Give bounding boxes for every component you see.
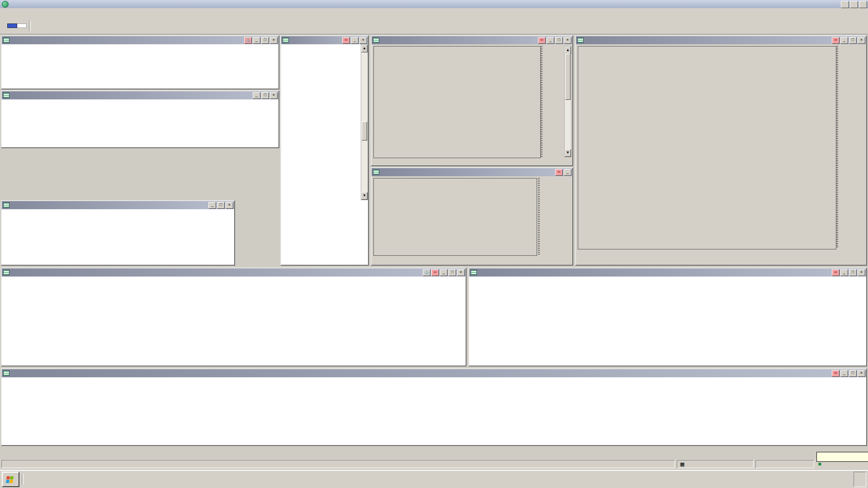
minimize-button[interactable]: _: [253, 37, 260, 44]
chart-icon: [373, 169, 379, 175]
current-trades-titlebar[interactable]: ⚓ _ □ ×: [2, 36, 278, 44]
orders-titlebar[interactable]: ⚓ ∞ _ □ ×: [2, 268, 466, 277]
server-time-status: [1, 460, 675, 468]
update-today-button[interactable]: [17, 23, 27, 28]
start-button[interactable]: [2, 472, 19, 487]
positions-panel: _ □ ×: [1, 90, 279, 148]
minimize-button[interactable]: _: [253, 92, 260, 99]
chart3-titlebar[interactable]: ∞ _ □ ×: [372, 36, 572, 44]
limits-titlebar[interactable]: _ □ ×: [2, 201, 234, 209]
orders-panel: ⚓ ∞ _ □ ×: [1, 267, 467, 366]
link-icon[interactable]: ∞: [342, 37, 350, 44]
scroll-down-icon[interactable]: ▼: [361, 192, 368, 200]
close-button[interactable]: ×: [858, 37, 865, 44]
connection-status: ▦: [677, 460, 754, 468]
table-icon: [3, 93, 9, 98]
stop-orders-titlebar[interactable]: ∞ _ □ ×: [2, 369, 866, 377]
table-icon: [471, 270, 477, 275]
status-spacer: [755, 460, 814, 468]
maximize-button[interactable]: □: [217, 202, 225, 209]
close-button[interactable]: ×: [858, 269, 865, 276]
chart-icon: [373, 38, 379, 43]
maximize-button[interactable]: □: [555, 37, 563, 44]
close-button[interactable]: ×: [858, 370, 865, 377]
taskbar: [0, 470, 868, 488]
maximize-button[interactable]: □: [448, 269, 456, 276]
maximize-button[interactable]: □: [849, 370, 857, 377]
network-icon: ▦: [680, 461, 684, 467]
minimize-button[interactable]: _: [840, 370, 848, 377]
minimize-button[interactable]: _: [440, 269, 448, 276]
workspace-tabs: [0, 447, 868, 459]
minimize-button[interactable]: _: [564, 169, 571, 176]
chart3-panel: ∞ _ □ × ▲ ▼: [371, 35, 573, 166]
table-icon: [3, 38, 9, 43]
close-button[interactable]: ×: [359, 37, 367, 44]
chart2-panel: ∞ _ □ ×: [575, 35, 867, 266]
price-axis: [542, 46, 565, 157]
table-icon: [3, 202, 9, 208]
day-axis: [578, 256, 835, 262]
quik-version-badge: [7, 23, 17, 28]
chart60-panel: ∞ _: [371, 167, 573, 266]
maximize-button[interactable]: □: [849, 37, 857, 44]
date-tooltip: [816, 452, 868, 462]
close-button[interactable]: ×: [226, 202, 233, 209]
main-toolbar: [0, 17, 868, 34]
table-icon: [3, 371, 9, 376]
pin-icon[interactable]: ⚓: [423, 269, 430, 276]
chart2-titlebar[interactable]: ∞ _ □ ×: [576, 36, 866, 44]
chart-icon: [577, 38, 584, 43]
trades-panel: ∞ _ □ ×: [468, 267, 867, 366]
anchor-icon[interactable]: ⚓: [244, 37, 252, 44]
limits-panel: _ □ ×: [1, 200, 235, 266]
price-chart-5min-3[interactable]: [373, 46, 541, 158]
minimize-button[interactable]: _: [208, 202, 216, 209]
stop-orders-panel: ∞ _ □ ×: [1, 368, 867, 446]
minimize-button[interactable]: [841, 1, 849, 8]
positions-titlebar[interactable]: _ □ ×: [2, 91, 278, 99]
minimize-button[interactable]: _: [547, 37, 554, 44]
link-icon[interactable]: ∞: [832, 37, 840, 44]
maximize-button[interactable]: □: [261, 92, 269, 99]
menu-bar: [0, 8, 868, 18]
maximize-button[interactable]: □: [849, 269, 857, 276]
quik-application-window: ⚓ _ □ × _ □ × _ □ ×: [0, 0, 868, 488]
link-icon[interactable]: ∞: [832, 370, 840, 377]
table-icon: [3, 270, 9, 275]
price-chart-5min-2[interactable]: [578, 46, 836, 249]
close-button[interactable]: ×: [457, 269, 465, 276]
link-icon[interactable]: ∞: [431, 269, 439, 276]
minimize-button[interactable]: _: [840, 269, 848, 276]
maximize-button[interactable]: □: [261, 37, 269, 44]
window-titlebar[interactable]: [0, 0, 868, 8]
time-axis: [578, 249, 835, 256]
quotes-icon: [283, 38, 289, 43]
scroll-up-icon[interactable]: ▲: [361, 45, 368, 52]
current-trades-panel: ⚓ _ □ ×: [1, 35, 279, 89]
orderbook-titlebar[interactable]: ∞ _ ×: [281, 36, 368, 44]
minimize-button[interactable]: _: [351, 37, 359, 44]
close-button[interactable]: ×: [270, 37, 278, 44]
system-tray: [854, 472, 866, 487]
scroll-down-icon[interactable]: ▼: [565, 149, 571, 157]
status-bar: ▦ ■: [0, 459, 868, 469]
trades-titlebar[interactable]: ∞ _ □ ×: [469, 268, 866, 277]
price-axis: [838, 46, 865, 249]
price-chart-60min[interactable]: [373, 178, 537, 256]
link-icon[interactable]: ∞: [832, 269, 840, 276]
chart-scrollbar[interactable]: ▲ ▼: [564, 46, 571, 157]
price-axis: [540, 178, 564, 255]
close-button[interactable]: ×: [270, 92, 278, 99]
link-icon[interactable]: ∞: [538, 37, 546, 44]
chart60-titlebar[interactable]: ∞ _: [372, 168, 572, 176]
orderbook-scrollbar[interactable]: ▲ ▼: [361, 44, 368, 200]
orderbook-panel: ∞ _ × ▲ ▼: [280, 35, 369, 266]
minimize-button[interactable]: _: [840, 37, 848, 44]
link-icon[interactable]: ∞: [555, 169, 563, 176]
scroll-up-icon[interactable]: ▲: [565, 47, 571, 54]
close-button[interactable]: [859, 1, 867, 8]
maximize-button[interactable]: [850, 1, 858, 8]
close-button[interactable]: ×: [564, 37, 571, 44]
quik-logo-icon: [2, 1, 9, 8]
